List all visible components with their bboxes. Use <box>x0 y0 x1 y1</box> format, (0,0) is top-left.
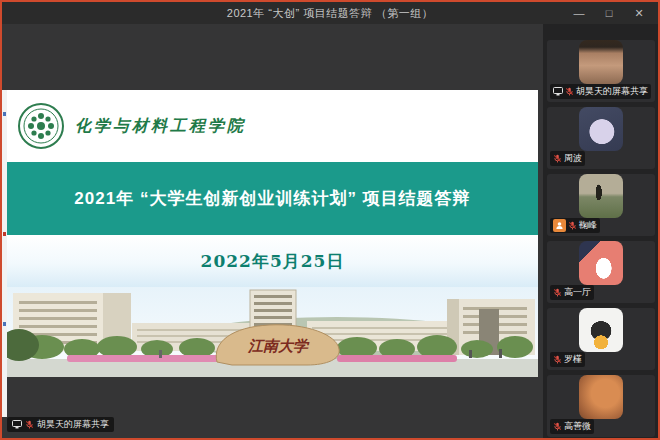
mic-slash-icon <box>553 154 562 163</box>
participant-avatar <box>579 241 623 285</box>
slide-date: 2022年5月25日 <box>201 250 345 273</box>
monitor-icon <box>553 87 563 96</box>
mic-slash-icon <box>565 87 574 96</box>
close-button[interactable]: ✕ <box>624 2 654 24</box>
screen-share-status-text: 胡昊天的屏幕共享 <box>37 418 109 431</box>
window-controls: — □ ✕ <box>564 2 654 24</box>
participant-avatar <box>579 107 623 151</box>
shared-screen-area: 化学与材料工程学院 2021年 “大学生创新创业训练计划” 项目结题答辩 202… <box>2 24 543 438</box>
meeting-window: 2021年 “大创” 项目结题答辩 （第一组） — □ ✕ <box>0 0 660 440</box>
participant-tile[interactable]: 罗槿 <box>547 308 655 370</box>
participant-avatar <box>579 308 623 352</box>
participant-avatar <box>579 375 623 419</box>
participant-label: 胡昊天的屏幕共享 <box>550 84 651 99</box>
participant-tile[interactable]: 周波 <box>547 107 655 169</box>
participant-tile[interactable]: 高一厅 <box>547 241 655 303</box>
participant-label: 周波 <box>550 151 585 166</box>
participant-label: 高一厅 <box>550 285 594 300</box>
monitor-icon <box>12 420 22 429</box>
window-title: 2021年 “大创” 项目结题答辩 （第一组） <box>227 6 433 21</box>
participant-label: 鞠峰 <box>550 218 600 233</box>
participants-sidebar: 胡昊天的屏幕共享 周波 <box>543 24 658 438</box>
person-icon <box>553 219 566 232</box>
campus-stone-text: 江南大学 <box>247 337 310 355</box>
slide-header: 化学与材料工程学院 <box>7 90 538 162</box>
screen-share-status: 胡昊天的屏幕共享 <box>7 417 114 432</box>
participant-name: 高善微 <box>564 420 591 433</box>
college-seal-logo <box>17 102 65 150</box>
participant-video <box>579 40 623 84</box>
slide-date-area: 2022年5月25日 <box>7 235 538 287</box>
minimize-button[interactable]: — <box>564 2 594 24</box>
participant-name: 罗槿 <box>564 353 582 366</box>
presentation-slide: 化学与材料工程学院 2021年 “大学生创新创业训练计划” 项目结题答辩 202… <box>7 90 538 377</box>
participant-avatar <box>579 174 623 218</box>
participant-tile[interactable]: 高善微 <box>547 375 655 437</box>
mic-slash-icon <box>553 422 562 431</box>
participant-label: 罗槿 <box>550 352 585 367</box>
mic-slash-icon <box>553 355 562 364</box>
slide-title-band: 2021年 “大学生创新创业训练计划” 项目结题答辩 <box>7 162 538 235</box>
participant-name: 周波 <box>564 152 582 165</box>
participant-tile-sharing[interactable]: 胡昊天的屏幕共享 <box>547 40 655 102</box>
maximize-button[interactable]: □ <box>594 2 624 24</box>
mic-slash-icon <box>553 288 562 297</box>
participant-tile[interactable]: 鞠峰 <box>547 174 655 236</box>
mic-slash-icon <box>568 221 577 230</box>
participant-name: 鞠峰 <box>579 219 597 232</box>
mic-slash-icon <box>25 420 34 429</box>
participant-name: 胡昊天的屏幕共享 <box>576 85 648 98</box>
campus-photo: 江南大学 <box>7 287 538 377</box>
college-name: 化学与材料工程学院 <box>75 116 246 137</box>
title-bar: 2021年 “大创” 项目结题答辩 （第一组） — □ ✕ <box>2 2 658 24</box>
participant-name: 高一厅 <box>564 286 591 299</box>
slide-title: 2021年 “大学生创新创业训练计划” 项目结题答辩 <box>74 187 470 210</box>
participant-label: 高善微 <box>550 419 594 434</box>
